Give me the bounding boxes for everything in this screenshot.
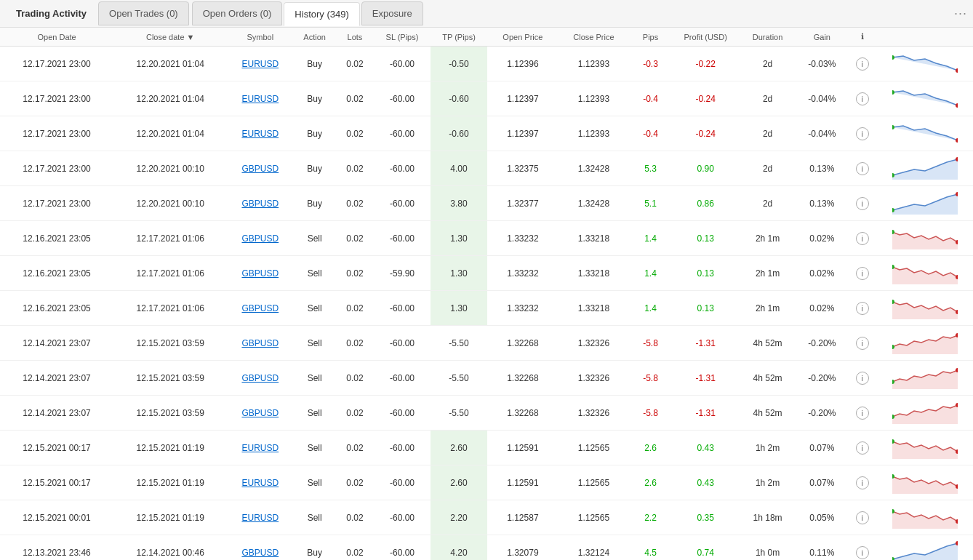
action-cell: Buy [293, 81, 336, 116]
tab-exposure[interactable]: Exposure [361, 1, 423, 25]
close-price-cell: 1.32326 [558, 361, 630, 396]
close-date-cell: 12.17.2021 01:06 [113, 291, 227, 326]
tp-cell: -0.50 [431, 47, 487, 81]
info-icon[interactable]: i [856, 92, 869, 105]
lots-cell: 0.02 [336, 221, 374, 256]
symbol-cell[interactable]: GBPUSD [227, 291, 293, 326]
col-header-close-date[interactable]: Close date ▼ [113, 28, 227, 47]
info-cell[interactable]: i [848, 221, 876, 256]
tp-cell: 1.30 [431, 291, 487, 326]
open-price-cell: 1.12591 [487, 431, 558, 465]
open-price-cell: 1.33232 [487, 221, 558, 256]
mini-chart [892, 295, 958, 319]
info-cell[interactable]: i [848, 186, 876, 221]
profit-cell: -0.24 [672, 116, 740, 151]
info-icon[interactable]: i [856, 407, 869, 420]
duration-cell: 2d [740, 47, 796, 81]
tab-history[interactable]: History (349) [284, 2, 359, 26]
info-icon[interactable]: i [856, 197, 869, 210]
gain-cell: -0.20% [796, 326, 849, 361]
info-cell[interactable]: i [848, 256, 876, 291]
chart-cell [876, 116, 973, 151]
symbol-cell[interactable]: GBPUSD [227, 186, 293, 221]
close-date-cell: 12.15.2021 01:19 [113, 465, 227, 500]
info-icon[interactable]: i [856, 162, 869, 175]
info-icon[interactable]: i [856, 546, 869, 559]
symbol-cell[interactable]: EURUSD [227, 47, 293, 81]
chart-cell [876, 81, 973, 116]
info-icon[interactable]: i [856, 57, 869, 71]
lots-cell: 0.02 [336, 500, 374, 535]
more-options-button[interactable]: ··· [954, 6, 967, 21]
tab-trading-activity[interactable]: Trading Activity [6, 2, 97, 25]
info-icon[interactable]: i [856, 372, 869, 385]
info-cell[interactable]: i [848, 396, 876, 431]
symbol-cell[interactable]: GBPUSD [227, 221, 293, 256]
info-icon[interactable]: i [856, 232, 869, 245]
symbol-cell[interactable]: EURUSD [227, 500, 293, 535]
info-cell[interactable]: i [848, 291, 876, 326]
duration-cell: 4h 52m [740, 396, 796, 431]
action-cell: Sell [293, 396, 336, 431]
info-cell[interactable]: i [848, 326, 876, 361]
pips-cell: 5.3 [629, 151, 672, 186]
open-date-cell: 12.16.2021 23:05 [0, 291, 113, 326]
info-icon[interactable]: i [856, 267, 869, 280]
info-icon[interactable]: i [856, 302, 869, 315]
action-cell: Buy [293, 151, 336, 186]
info-icon[interactable]: i [856, 441, 869, 455]
tab-open-orders[interactable]: Open Orders (0) [192, 1, 283, 25]
info-cell[interactable]: i [848, 361, 876, 396]
profit-cell: 0.90 [672, 151, 740, 186]
col-header-lots: Lots [336, 28, 374, 47]
symbol-cell[interactable]: GBPUSD [227, 396, 293, 431]
action-cell: Sell [293, 326, 336, 361]
close-date-cell: 12.15.2021 01:19 [113, 431, 227, 465]
symbol-cell[interactable]: GBPUSD [227, 326, 293, 361]
lots-cell: 0.02 [336, 186, 374, 221]
col-header-info: ℹ [848, 28, 876, 47]
info-cell[interactable]: i [848, 500, 876, 535]
chart-cell [876, 221, 973, 256]
duration-cell: 2h 1m [740, 256, 796, 291]
close-price-cell: 1.33218 [558, 256, 630, 291]
close-price-cell: 1.12393 [558, 47, 630, 81]
symbol-cell[interactable]: GBPUSD [227, 535, 293, 561]
info-cell[interactable]: i [848, 465, 876, 500]
info-icon[interactable]: i [856, 476, 869, 489]
close-price-cell: 1.12565 [558, 465, 630, 500]
open-date-cell: 12.17.2021 23:00 [0, 116, 113, 151]
col-header-open-date[interactable]: Open Date [0, 28, 113, 47]
info-cell[interactable]: i [848, 535, 876, 561]
col-header-action: Action [293, 28, 336, 47]
svg-point-43 [892, 557, 894, 560]
symbol-cell[interactable]: GBPUSD [227, 256, 293, 291]
table-row: 12.15.2021 00:01 12.15.2021 01:19 EURUSD… [0, 500, 973, 535]
svg-point-1 [892, 55, 894, 60]
close-price-cell: 1.12393 [558, 81, 630, 116]
symbol-cell[interactable]: GBPUSD [227, 151, 293, 186]
info-icon[interactable]: i [856, 337, 869, 350]
tp-cell: -0.60 [431, 116, 487, 151]
symbol-cell[interactable]: EURUSD [227, 465, 293, 500]
gain-cell: 0.11% [796, 535, 849, 561]
svg-marker-0 [892, 56, 958, 71]
info-cell[interactable]: i [848, 47, 876, 81]
info-icon[interactable]: i [856, 127, 869, 140]
tab-open-trades[interactable]: Open Trades (0) [98, 1, 189, 25]
info-cell[interactable]: i [848, 151, 876, 186]
symbol-cell[interactable]: EURUSD [227, 431, 293, 465]
symbol-cell[interactable]: GBPUSD [227, 361, 293, 396]
pips-cell: -0.4 [629, 116, 672, 151]
info-icon[interactable]: i [856, 511, 869, 524]
profit-cell: 0.74 [672, 535, 740, 561]
info-cell[interactable]: i [848, 116, 876, 151]
symbol-cell[interactable]: EURUSD [227, 116, 293, 151]
info-cell[interactable]: i [848, 431, 876, 465]
tp-cell: 2.60 [431, 465, 487, 500]
table-row: 12.17.2021 23:00 12.20.2021 00:10 GBPUSD… [0, 186, 973, 221]
gain-cell: 0.13% [796, 151, 849, 186]
info-cell[interactable]: i [848, 81, 876, 116]
symbol-cell[interactable]: EURUSD [227, 81, 293, 116]
gain-cell: -0.04% [796, 116, 849, 151]
